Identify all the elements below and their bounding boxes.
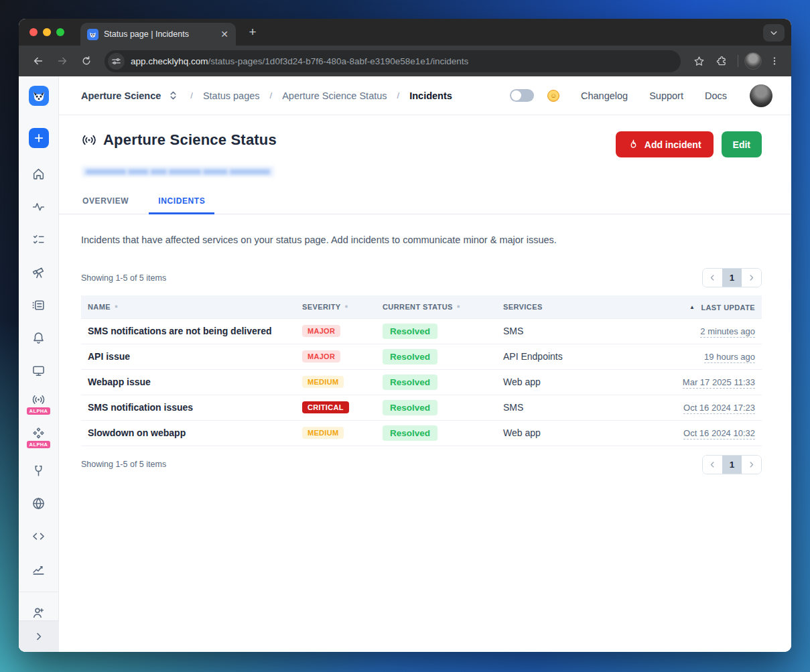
- create-new-button[interactable]: [29, 128, 49, 148]
- incident-name: API issue: [81, 344, 295, 369]
- sidebar-item-analytics[interactable]: [25, 555, 52, 582]
- sidebar-item-status-pages[interactable]: ALPHA: [25, 390, 52, 417]
- support-link[interactable]: Support: [649, 90, 683, 101]
- browser-window: Status page | Incidents ✕ + app.checklyh…: [19, 19, 791, 652]
- status-badge: Resolved: [383, 324, 437, 339]
- table-row[interactable]: Webapp issue MEDIUM Resolved Web app Mar…: [81, 369, 762, 395]
- breadcrumb-status-pages[interactable]: Status pages: [203, 90, 260, 101]
- sun-emoji-icon: ☺: [547, 90, 559, 102]
- url-bar[interactable]: app.checklyhq.com/status-pages/1d0f3d24-…: [105, 50, 681, 72]
- reload-icon: [81, 56, 92, 66]
- breadcrumb-status-page-name[interactable]: Aperture Science Status: [282, 90, 387, 101]
- next-page-button[interactable]: [742, 269, 761, 287]
- new-tab-button[interactable]: +: [244, 23, 261, 41]
- chevron-right-icon: [748, 461, 755, 468]
- sidebar-item-alerts[interactable]: [25, 324, 52, 351]
- chevron-left-icon: [709, 461, 716, 468]
- org-switcher-icon[interactable]: [169, 90, 178, 100]
- home-icon: [31, 167, 46, 181]
- table-row[interactable]: SMS notification issues CRITICAL Resolve…: [81, 395, 762, 420]
- incidents-table: NAME▲▼ SEVERITY▲▼ CURRENT STATUS▲▼ SERVI…: [81, 295, 762, 446]
- sidebar-item-traces[interactable]: ALPHA: [25, 423, 52, 451]
- puzzle-icon: [716, 56, 728, 67]
- macos-window-controls[interactable]: [29, 28, 64, 36]
- sidebar-item-explore[interactable]: [25, 259, 52, 285]
- prev-page-button[interactable]: [703, 269, 722, 287]
- prev-page-button[interactable]: [703, 456, 722, 474]
- page-title: Aperture Science Status: [103, 131, 277, 149]
- incident-services: Web app: [496, 420, 667, 446]
- tab-close-icon[interactable]: ✕: [218, 28, 230, 40]
- column-header-name[interactable]: NAME▲▼: [81, 295, 295, 318]
- diamonds-icon: [31, 426, 46, 440]
- severity-badge: MAJOR: [302, 325, 340, 337]
- sidebar-item-monitors[interactable]: [25, 193, 52, 220]
- incident-last-update[interactable]: Oct 16 2024 17:23: [683, 403, 755, 414]
- incident-name: Slowdown on webapp: [81, 420, 295, 446]
- add-incident-button[interactable]: Add incident: [616, 131, 714, 157]
- next-page-button[interactable]: [742, 456, 761, 474]
- severity-badge: MEDIUM: [302, 427, 344, 439]
- browser-menu-button[interactable]: [764, 51, 785, 71]
- sidebar-item-private-locations[interactable]: [25, 490, 52, 517]
- checkly-logo[interactable]: [25, 82, 52, 109]
- forward-arrow-icon: [56, 55, 68, 67]
- sidebar-item-dashboards[interactable]: [25, 357, 52, 384]
- sidebar-item-checks[interactable]: [25, 226, 52, 253]
- chevron-right-icon: [748, 274, 755, 281]
- incident-last-update[interactable]: Oct 16 2024 10:32: [683, 428, 755, 440]
- docs-link[interactable]: Docs: [705, 90, 727, 101]
- sidebar-item-runtimes[interactable]: [25, 523, 52, 549]
- browser-tabstrip: Status page | Incidents ✕ +: [19, 19, 791, 46]
- tab-search-button[interactable]: [763, 24, 785, 42]
- close-window-button[interactable]: [29, 28, 38, 36]
- minimize-window-button[interactable]: [43, 28, 51, 36]
- extensions-button[interactable]: [712, 51, 732, 71]
- pagination-top: 1: [702, 268, 762, 287]
- url-path: /status-pages/1d0f3d24-b7f6-480a-8abf-e3…: [208, 56, 469, 66]
- sidebar-item-logs[interactable]: [25, 291, 52, 318]
- table-row[interactable]: API issue MAJOR Resolved API Endpoints 1…: [81, 344, 762, 369]
- status-page-link-blurred[interactable]: xxxxxxxxxx xxxxx xxxx xxxxxxxx xxxxxx xx…: [82, 166, 274, 177]
- column-header-services[interactable]: SERVICES: [496, 295, 667, 318]
- column-header-last-update[interactable]: ▲LAST UPDATE: [667, 295, 762, 318]
- changelog-link[interactable]: Changelog: [581, 90, 628, 101]
- breadcrumb-org[interactable]: Aperture Science: [81, 90, 161, 101]
- star-icon: [693, 56, 705, 67]
- reload-button[interactable]: [76, 51, 96, 71]
- column-header-status[interactable]: CURRENT STATUS▲▼: [376, 295, 496, 318]
- browser-profile-avatar[interactable]: [744, 52, 762, 70]
- forward-button[interactable]: [52, 51, 72, 71]
- incident-table-body: SMS notifications are not being delivere…: [81, 318, 762, 446]
- incident-last-update[interactable]: 2 minutes ago: [700, 326, 755, 338]
- status-page-broadcast-icon: [81, 132, 97, 148]
- incident-last-update[interactable]: Mar 17 2025 11:33: [683, 377, 755, 389]
- incident-name: SMS notification issues: [81, 395, 295, 420]
- incident-services: SMS: [496, 395, 667, 420]
- incident-name: Webapp issue: [81, 369, 295, 395]
- status-badge: Resolved: [383, 375, 437, 390]
- incident-last-update[interactable]: 19 hours ago: [704, 352, 755, 363]
- table-row[interactable]: SMS notifications are not being delivere…: [81, 318, 762, 344]
- site-settings-icon[interactable]: [108, 53, 125, 70]
- broadcast-icon: [31, 393, 46, 407]
- status-badge: Resolved: [383, 349, 437, 364]
- table-row[interactable]: Slowdown on webapp MEDIUM Resolved Web a…: [81, 420, 762, 446]
- column-header-severity[interactable]: SEVERITY▲▼: [295, 295, 376, 318]
- current-page-button[interactable]: 1: [722, 269, 742, 287]
- theme-toggle[interactable]: [510, 89, 534, 102]
- maximize-window-button[interactable]: [56, 28, 64, 36]
- sidebar-expand-button[interactable]: [19, 620, 59, 652]
- bookmark-star-button[interactable]: [689, 51, 709, 71]
- sidebar-item-home[interactable]: [25, 160, 52, 187]
- tab-incidents[interactable]: INCIDENTS: [157, 191, 206, 214]
- chevron-left-icon: [709, 274, 716, 281]
- browser-tab[interactable]: Status page | Incidents ✕: [80, 23, 236, 46]
- tab-overview[interactable]: OVERVIEW: [81, 191, 130, 214]
- toolbar-right-controls: [689, 51, 785, 71]
- user-avatar[interactable]: [750, 84, 772, 107]
- current-page-button[interactable]: 1: [722, 456, 742, 474]
- edit-button[interactable]: Edit: [722, 131, 762, 157]
- back-button[interactable]: [28, 51, 48, 71]
- sidebar-item-maintenance[interactable]: [25, 457, 52, 484]
